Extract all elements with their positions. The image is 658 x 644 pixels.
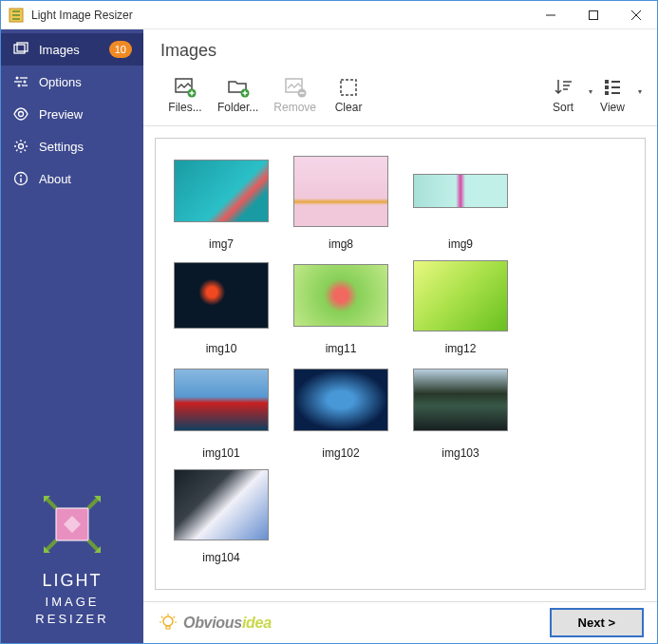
svg-rect-17: [341, 80, 356, 95]
sidebar-item-preview[interactable]: Preview: [1, 98, 143, 130]
thumbnail-item[interactable]: img9: [404, 154, 517, 251]
svg-point-4: [16, 77, 19, 80]
images-icon: [12, 41, 29, 58]
add-files-button[interactable]: Files...: [160, 72, 210, 118]
thumbnail-image: [293, 369, 388, 431]
footer: Obviousidea Next >: [143, 601, 657, 643]
preview-icon: [12, 105, 29, 123]
logo-text-2: IMAGE: [1, 594, 143, 611]
thumbnail-label: img104: [202, 551, 239, 564]
sidebar: Images 10 Options Preview Settings: [1, 29, 143, 643]
tool-label: Files...: [168, 101, 201, 114]
thumbnail-item[interactable]: img8: [285, 154, 397, 251]
thumbnail-image: [174, 160, 269, 222]
thumbnail-image: [174, 469, 269, 540]
lightbulb-icon: [157, 612, 179, 635]
svg-point-7: [19, 112, 24, 117]
svg-rect-3: [17, 43, 28, 51]
footer-brand[interactable]: Obviousidea: [157, 612, 272, 635]
main-panel: Images Files... Folder...: [143, 29, 657, 643]
next-button[interactable]: Next >: [550, 608, 644, 637]
thumbnail-image: [413, 260, 508, 331]
view-button[interactable]: View ▾: [591, 72, 640, 118]
tool-label: Clear: [335, 101, 363, 114]
svg-rect-2: [14, 45, 25, 53]
svg-rect-1: [589, 10, 597, 19]
thumbnail-item[interactable]: img103: [404, 363, 517, 460]
thumbnail-image: [174, 369, 269, 431]
main-header: Images: [143, 29, 657, 66]
window-title: Light Image Resizer: [31, 9, 529, 22]
sidebar-item-label: Options: [39, 75, 132, 89]
thumbnail-label: img101: [202, 446, 239, 460]
svg-point-5: [24, 81, 27, 84]
svg-point-8: [19, 144, 24, 149]
remove-button: Remove: [266, 72, 324, 118]
sidebar-item-label: About: [39, 172, 132, 186]
thumbnail-item[interactable]: img104: [165, 467, 277, 564]
image-gallery: img7img8img9img10img11img12img101img102i…: [155, 138, 646, 590]
tool-label: Sort: [553, 101, 573, 114]
logo-icon: [39, 491, 105, 558]
titlebar: Light Image Resizer: [1, 1, 657, 29]
sidebar-nav: Images 10 Options Preview Settings: [1, 29, 143, 195]
folder-add-icon: [227, 76, 250, 99]
sort-button[interactable]: Sort ▾: [541, 72, 591, 118]
toolbar: Files... Folder... Remove: [143, 66, 657, 126]
sidebar-item-images[interactable]: Images 10: [1, 33, 143, 66]
thumbnail-label: img103: [442, 446, 479, 460]
sidebar-item-options[interactable]: Options: [1, 66, 143, 98]
svg-rect-20: [605, 91, 609, 95]
thumbnail-item[interactable]: img11: [285, 258, 397, 355]
close-button[interactable]: [614, 1, 657, 28]
thumbnail-label: img102: [322, 446, 359, 460]
thumbnail-item[interactable]: img12: [404, 258, 517, 355]
thumbnail-item[interactable]: img101: [165, 363, 277, 460]
tool-label: Remove: [273, 101, 316, 114]
thumbnail-label: img8: [329, 237, 353, 251]
sidebar-item-label: Preview: [39, 107, 132, 122]
thumbnail-label: img9: [448, 237, 473, 251]
app-icon: [9, 8, 24, 23]
brand-text-2: idea: [242, 615, 272, 631]
svg-point-10: [20, 175, 22, 177]
thumbnail-label: img7: [209, 237, 234, 251]
images-count-badge: 10: [109, 41, 132, 58]
clear-button[interactable]: Clear: [324, 72, 373, 118]
thumbnail-image: [293, 156, 388, 227]
thumbnail-item[interactable]: img7: [165, 154, 277, 251]
about-icon: [12, 170, 29, 187]
thumbnail-label: img10: [206, 342, 237, 355]
thumbnail-label: img11: [326, 342, 357, 355]
svg-point-21: [163, 616, 173, 626]
brand-text-1: Obvious: [183, 615, 242, 631]
thumbnail-item[interactable]: img10: [165, 258, 277, 355]
window-controls: [529, 1, 657, 28]
thumbnail-image: [293, 264, 388, 327]
settings-icon: [12, 138, 29, 155]
sidebar-item-about[interactable]: About: [1, 162, 143, 195]
tool-label: View: [600, 101, 625, 114]
svg-point-6: [18, 85, 21, 87]
maximize-button[interactable]: [572, 1, 614, 28]
gallery-scroll[interactable]: img7img8img9img10img11img12img101img102i…: [143, 126, 657, 601]
clear-icon: [337, 76, 360, 99]
thumbnail-item[interactable]: img102: [285, 363, 397, 460]
add-folder-button[interactable]: Folder...: [210, 72, 266, 118]
sort-icon: [552, 76, 574, 99]
sidebar-logo: LIGHT IMAGE RESIZER: [1, 480, 143, 643]
remove-icon: [284, 76, 307, 99]
options-icon: [12, 73, 29, 90]
sidebar-item-label: Images: [39, 43, 109, 57]
logo-text-1: LIGHT: [1, 569, 143, 593]
minimize-button[interactable]: [529, 1, 572, 28]
thumbnail-image: [413, 174, 508, 208]
sidebar-item-label: Settings: [39, 140, 132, 154]
sidebar-item-settings[interactable]: Settings: [1, 130, 143, 162]
files-add-icon: [174, 76, 197, 99]
logo-text-3: RESIZER: [1, 611, 143, 628]
svg-rect-18: [605, 80, 609, 84]
thumbnail-image: [174, 262, 269, 329]
thumbnail-image: [413, 369, 508, 431]
view-icon: [601, 76, 624, 99]
